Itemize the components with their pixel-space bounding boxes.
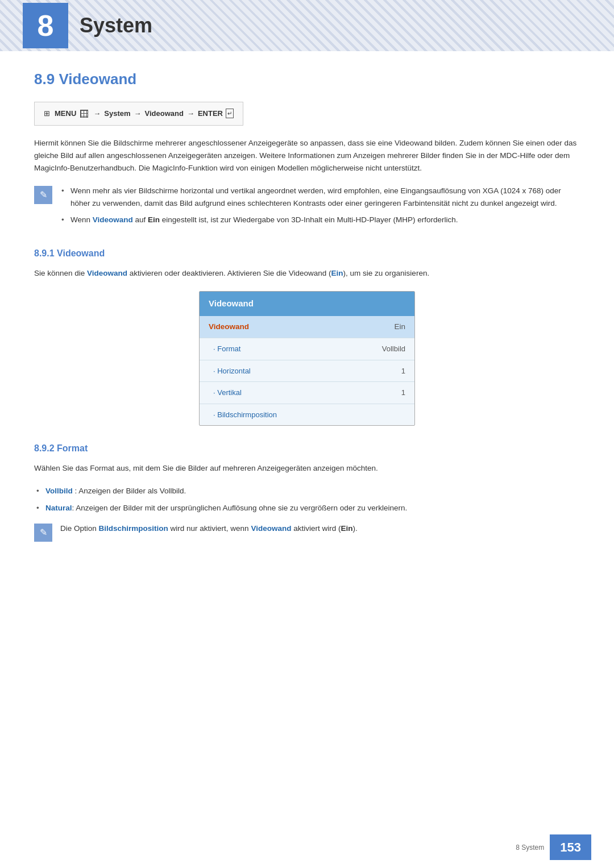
grid-icon — [80, 110, 88, 118]
note-content: Wenn mehr als vier Bildschirme horizonta… — [60, 185, 580, 231]
format-options-list: Vollbild : Anzeigen der Bilder als Vollb… — [34, 485, 580, 514]
notes-list: Wenn mehr als vier Bildschirme horizonta… — [60, 185, 580, 226]
menu-row-vertikal: · Vertikal 1 — [200, 382, 414, 404]
content-area: 8.9 Videowand ⊞ MENU → System → Videowan… — [0, 68, 614, 542]
section-heading-8-9: 8.9 Videowand — [34, 68, 580, 90]
subsection-8-9-1-body: Sie können die Videowand aktivieren oder… — [34, 267, 580, 280]
note-item-1: Wenn mehr als vier Bildschirme horizonta… — [60, 185, 580, 209]
subsection-heading-8-9-2: 8.9.2 Format — [34, 442, 580, 455]
menu-label: MENU — [55, 108, 76, 119]
menu-mockup-title: Videowand — [200, 292, 414, 316]
menu-row-format-value: Vollbild — [382, 343, 405, 355]
menu-arrow-3: → — [187, 108, 194, 119]
subsection-8-9-2-body: Wählen Sie das Format aus, mit dem Sie d… — [34, 462, 580, 475]
page-number-badge: 153 — [550, 834, 591, 860]
chapter-header-stripe: 8 System — [0, 0, 614, 51]
menu-row-horizontal-value: 1 — [401, 366, 405, 377]
page-footer: 8 System 153 — [0, 827, 614, 868]
menu-row-vertikal-value: 1 — [401, 387, 405, 398]
menu-arrow-2: → — [134, 108, 142, 119]
chapter-title: System — [80, 10, 152, 41]
menu-row-bildschirmposition-label: · Bildschirmposition — [213, 409, 277, 421]
section-8-9-2-note-icon — [34, 524, 52, 542]
footer-section-label: 8 System — [516, 842, 544, 853]
menu-icon: ⊞ — [44, 108, 50, 119]
notes-box: Wenn mehr als vier Bildschirme horizonta… — [34, 185, 580, 231]
section-intro-text: Hiermit können Sie die Bildschirme mehre… — [34, 137, 580, 175]
section-8-9-2-note-content: Die Option Bildschirmposition wird nur a… — [60, 522, 580, 535]
menu-row-videowand-value: Ein — [394, 321, 405, 333]
chapter-number: 8 — [23, 3, 68, 48]
menu-row-horizontal: · Horizontal 1 — [200, 360, 414, 383]
menu-row-format: · Format Vollbild — [200, 338, 414, 360]
menu-row-vertikal-label: · Vertikal — [213, 387, 242, 398]
menu-row-bildschirmposition: · Bildschirmposition — [200, 404, 414, 426]
note-icon — [34, 186, 52, 204]
menu-step-2: Videowand — [145, 108, 184, 119]
menu-path-box: ⊞ MENU → System → Videowand → ENTER ↵ — [34, 102, 243, 126]
enter-icon: ↵ — [226, 109, 234, 118]
section-8-9-2-note-text: Die Option Bildschirmposition wird nur a… — [60, 522, 580, 535]
subsection-heading-8-9-1: 8.9.1 Videowand — [34, 247, 580, 260]
menu-step-3: ENTER — [198, 108, 223, 119]
section-8-9-2-note-box: Die Option Bildschirmposition wird nur a… — [34, 522, 580, 542]
menu-row-horizontal-label: · Horizontal — [213, 366, 251, 377]
menu-row-videowand-label: Videowand — [209, 321, 249, 333]
menu-mockup: Videowand Videowand Ein · Format Vollbil… — [199, 291, 415, 426]
menu-row-videowand: Videowand Ein — [200, 316, 414, 338]
menu-arrow-1: → — [93, 108, 101, 119]
menu-step-1: System — [104, 108, 130, 119]
menu-row-format-label: · Format — [213, 343, 240, 355]
format-option-natural: Natural: Anzeigen der Bilder mit der urs… — [34, 502, 580, 514]
note-item-2: Wenn Videowand auf Ein eingestellt ist, … — [60, 214, 580, 226]
format-option-vollbild: Vollbild : Anzeigen der Bilder als Vollb… — [34, 485, 580, 497]
